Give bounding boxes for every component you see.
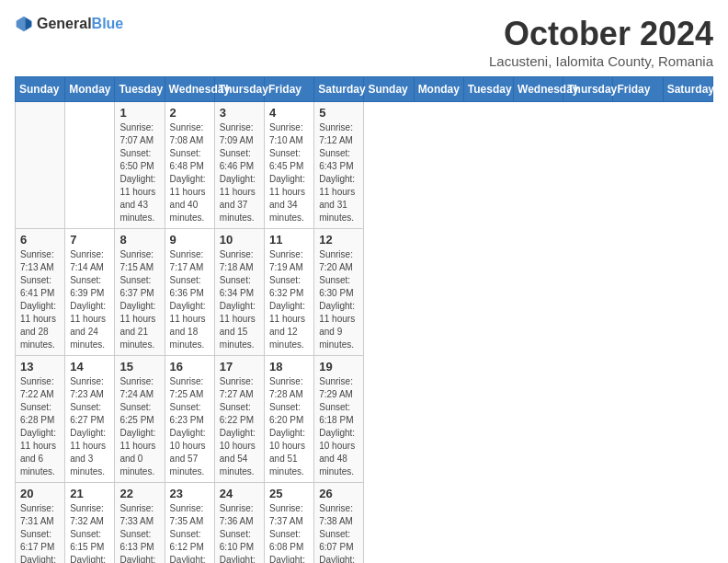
day-of-week-header: Sunday — [16, 77, 65, 102]
day-info: Sunrise: 7:29 AM Sunset: 6:18 PM Dayligh… — [319, 375, 358, 478]
calendar-week-row: 20Sunrise: 7:31 AM Sunset: 6:17 PM Dayli… — [16, 483, 713, 564]
calendar-cell — [65, 102, 115, 229]
day-number: 26 — [319, 487, 358, 500]
day-of-week-header: Sunday — [364, 77, 414, 102]
day-number: 10 — [220, 233, 259, 247]
calendar-cell: 17Sunrise: 7:27 AM Sunset: 6:22 PM Dayli… — [214, 356, 264, 483]
calendar-week-row: 1Sunrise: 7:07 AM Sunset: 6:50 PM Daylig… — [16, 102, 713, 229]
calendar-cell: 3Sunrise: 7:09 AM Sunset: 6:46 PM Daylig… — [214, 102, 264, 229]
day-of-week-header: Wednesday — [514, 77, 563, 102]
calendar-cell: 18Sunrise: 7:28 AM Sunset: 6:20 PM Dayli… — [265, 356, 314, 483]
calendar-cell: 22Sunrise: 7:33 AM Sunset: 6:13 PM Dayli… — [115, 483, 165, 564]
day-of-week-header: Friday — [613, 77, 663, 102]
calendar-cell: 9Sunrise: 7:17 AM Sunset: 6:36 PM Daylig… — [165, 229, 214, 356]
day-info: Sunrise: 7:10 AM Sunset: 6:45 PM Dayligh… — [269, 121, 309, 224]
day-of-week-header: Saturday — [663, 77, 712, 102]
day-number: 23 — [170, 487, 210, 500]
day-info: Sunrise: 7:15 AM Sunset: 6:37 PM Dayligh… — [119, 248, 159, 351]
day-info: Sunrise: 7:13 AM Sunset: 6:41 PM Dayligh… — [20, 248, 60, 351]
day-info: Sunrise: 7:31 AM Sunset: 6:17 PM Dayligh… — [20, 502, 60, 563]
day-info: Sunrise: 7:28 AM Sunset: 6:20 PM Dayligh… — [269, 375, 309, 478]
day-of-week-header: Tuesday — [115, 77, 165, 102]
day-number: 25 — [269, 487, 309, 500]
calendar-cell: 7Sunrise: 7:14 AM Sunset: 6:39 PM Daylig… — [65, 229, 115, 356]
calendar-cell: 25Sunrise: 7:37 AM Sunset: 6:08 PM Dayli… — [265, 483, 314, 564]
day-info: Sunrise: 7:38 AM Sunset: 6:07 PM Dayligh… — [319, 502, 358, 563]
day-number: 19 — [319, 360, 358, 373]
day-of-week-header: Monday — [414, 77, 463, 102]
day-of-week-header: Thursday — [214, 77, 264, 102]
day-of-week-header: Saturday — [314, 77, 364, 102]
day-info: Sunrise: 7:37 AM Sunset: 6:08 PM Dayligh… — [269, 502, 309, 563]
day-number: 17 — [220, 360, 259, 373]
day-info: Sunrise: 7:27 AM Sunset: 6:22 PM Dayligh… — [220, 375, 259, 478]
day-info: Sunrise: 7:19 AM Sunset: 6:32 PM Dayligh… — [269, 248, 309, 351]
calendar-cell: 21Sunrise: 7:32 AM Sunset: 6:15 PM Dayli… — [65, 483, 115, 564]
day-info: Sunrise: 7:33 AM Sunset: 6:13 PM Dayligh… — [119, 502, 159, 563]
calendar-cell: 10Sunrise: 7:18 AM Sunset: 6:34 PM Dayli… — [214, 229, 264, 356]
title-block: October 2024 Lacusteni, Ialomita County,… — [489, 15, 713, 69]
day-info: Sunrise: 7:17 AM Sunset: 6:36 PM Dayligh… — [170, 248, 210, 351]
day-number: 18 — [269, 360, 309, 373]
day-number: 2 — [170, 106, 210, 120]
day-of-week-header: Tuesday — [463, 77, 513, 102]
day-number: 6 — [20, 233, 60, 247]
header-row: SundayMondayTuesdayWednesdayThursdayFrid… — [16, 77, 713, 102]
day-info: Sunrise: 7:08 AM Sunset: 6:48 PM Dayligh… — [170, 121, 210, 224]
day-of-week-header: Friday — [265, 77, 314, 102]
day-info: Sunrise: 7:25 AM Sunset: 6:23 PM Dayligh… — [170, 375, 210, 478]
calendar-cell: 12Sunrise: 7:20 AM Sunset: 6:30 PM Dayli… — [314, 229, 364, 356]
logo-blue: Blue — [92, 16, 124, 32]
day-number: 8 — [119, 233, 159, 247]
logo-text: General Blue — [37, 16, 123, 32]
day-number: 16 — [170, 360, 210, 373]
calendar-cell: 26Sunrise: 7:38 AM Sunset: 6:07 PM Dayli… — [314, 483, 364, 564]
day-of-week-header: Monday — [65, 77, 115, 102]
calendar-cell: 13Sunrise: 7:22 AM Sunset: 6:28 PM Dayli… — [16, 356, 65, 483]
calendar-cell: 20Sunrise: 7:31 AM Sunset: 6:17 PM Dayli… — [16, 483, 65, 564]
day-number: 14 — [70, 360, 109, 373]
calendar-cell: 15Sunrise: 7:24 AM Sunset: 6:25 PM Dayli… — [115, 356, 165, 483]
logo-general: General — [37, 16, 92, 32]
day-number: 11 — [269, 233, 309, 247]
calendar-cell: 11Sunrise: 7:19 AM Sunset: 6:32 PM Dayli… — [265, 229, 314, 356]
calendar-cell: 24Sunrise: 7:36 AM Sunset: 6:10 PM Dayli… — [214, 483, 264, 564]
day-number: 21 — [70, 487, 109, 500]
day-info: Sunrise: 7:32 AM Sunset: 6:15 PM Dayligh… — [70, 502, 109, 563]
day-number: 12 — [319, 233, 358, 247]
day-of-week-header: Thursday — [563, 77, 613, 102]
day-number: 5 — [319, 106, 358, 120]
day-info: Sunrise: 7:24 AM Sunset: 6:25 PM Dayligh… — [119, 375, 159, 478]
calendar-week-row: 13Sunrise: 7:22 AM Sunset: 6:28 PM Dayli… — [16, 356, 713, 483]
day-number: 20 — [20, 487, 60, 500]
calendar-cell: 1Sunrise: 7:07 AM Sunset: 6:50 PM Daylig… — [115, 102, 165, 229]
day-of-week-header: Wednesday — [165, 77, 214, 102]
day-info: Sunrise: 7:12 AM Sunset: 6:43 PM Dayligh… — [319, 121, 358, 224]
logo: General Blue — [15, 15, 123, 33]
month-title: October 2024 — [489, 15, 713, 53]
day-info: Sunrise: 7:14 AM Sunset: 6:39 PM Dayligh… — [70, 248, 109, 351]
calendar-cell: 8Sunrise: 7:15 AM Sunset: 6:37 PM Daylig… — [115, 229, 165, 356]
day-number: 1 — [119, 106, 159, 120]
day-number: 15 — [119, 360, 159, 373]
calendar-cell: 4Sunrise: 7:10 AM Sunset: 6:45 PM Daylig… — [265, 102, 314, 229]
day-info: Sunrise: 7:23 AM Sunset: 6:27 PM Dayligh… — [70, 375, 109, 478]
location-title: Lacusteni, Ialomita County, Romania — [489, 53, 713, 69]
day-number: 22 — [119, 487, 159, 500]
calendar-cell: 14Sunrise: 7:23 AM Sunset: 6:27 PM Dayli… — [65, 356, 115, 483]
day-info: Sunrise: 7:09 AM Sunset: 6:46 PM Dayligh… — [220, 121, 259, 224]
day-info: Sunrise: 7:22 AM Sunset: 6:28 PM Dayligh… — [20, 375, 60, 478]
day-info: Sunrise: 7:18 AM Sunset: 6:34 PM Dayligh… — [220, 248, 259, 351]
day-info: Sunrise: 7:35 AM Sunset: 6:12 PM Dayligh… — [170, 502, 210, 563]
day-number: 7 — [70, 233, 109, 247]
day-number: 13 — [20, 360, 60, 373]
logo-icon — [15, 15, 33, 33]
day-number: 9 — [170, 233, 210, 247]
day-number: 24 — [220, 487, 259, 500]
day-number: 3 — [220, 106, 259, 120]
calendar-cell: 6Sunrise: 7:13 AM Sunset: 6:41 PM Daylig… — [16, 229, 65, 356]
page-header: General Blue October 2024 Lacusteni, Ial… — [15, 15, 713, 69]
calendar-cell: 16Sunrise: 7:25 AM Sunset: 6:23 PM Dayli… — [165, 356, 214, 483]
day-number: 4 — [269, 106, 309, 120]
calendar-cell — [16, 102, 65, 229]
